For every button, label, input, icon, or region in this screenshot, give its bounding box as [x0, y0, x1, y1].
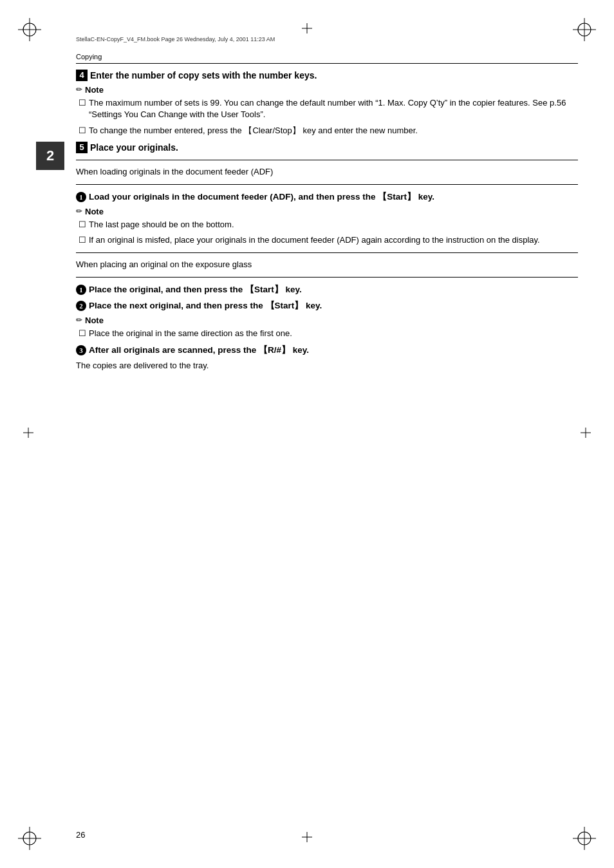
file-info: StellaC-EN-CopyF_V4_FM.book Page 26 Wedn…: [76, 36, 275, 42]
divider-glass-top: [76, 252, 578, 253]
step5-heading: 5 Place your originals.: [76, 142, 578, 153]
glass-note: ✏ Note ☐ Place the original in the same …: [76, 316, 578, 339]
adf-step1-text: Load your originals in the doc­ument fee…: [89, 191, 434, 203]
adf-note-text1: The last page should be on the bottom.: [89, 219, 234, 231]
glass-step1-text: Place the original, and then press the 【…: [89, 284, 302, 296]
step4-block: 4 Enter the number of copy sets with the…: [76, 70, 578, 137]
glass-step1-number: 1: [76, 285, 86, 295]
glass-step2: 2 Place the next original, and then pres…: [76, 300, 578, 312]
glass-step2-text: Place the next original, and then press …: [89, 300, 322, 312]
edge-mark-bottom: [302, 832, 312, 845]
edge-mark-top: [302, 23, 312, 36]
main-content: 4 Enter the number of copy sets with the…: [76, 70, 578, 816]
corner-mark-tl: [18, 18, 41, 41]
step4-note-text1: The maximum number of sets is 99. You ca…: [89, 97, 578, 120]
note-pencil-icon: ✏: [76, 85, 82, 95]
adf-note-text2: If an original is misfed, place your ori…: [89, 234, 540, 246]
step4-note-label-text: Note: [85, 85, 104, 95]
adf-note-checkbox-1: ☐: [79, 220, 86, 230]
adf-note-item1: ☐ The last page should be on the bottom.: [79, 219, 578, 231]
glass-note-pencil-icon: ✏: [76, 316, 82, 325]
corner-mark-bl: [18, 827, 41, 850]
step5-number: 5: [76, 142, 88, 153]
glass-section-header: When placing an original on the exposure…: [76, 259, 578, 270]
adf-note-label-text: Note: [85, 207, 104, 216]
adf-step1: 1 Load your originals in the doc­ument f…: [76, 191, 578, 203]
page-number: 26: [76, 830, 85, 840]
glass-step3-text: After all originals are scanned, press t…: [89, 344, 309, 356]
adf-note-checkbox-2: ☐: [79, 235, 86, 245]
step4-number: 4: [76, 70, 88, 81]
adf-note-label: ✏ Note: [76, 207, 578, 216]
chapter-tab: 2: [36, 142, 64, 170]
delivery-text: The copies are delivered to the tray.: [76, 360, 578, 372]
glass-step1: 1 Place the original, and then press the…: [76, 284, 578, 296]
glass-note-text1: Place the original in the same direction…: [89, 328, 292, 339]
glass-note-item1: ☐ Place the original in the same directi…: [79, 328, 578, 339]
divider-glass-bottom: [76, 277, 578, 278]
step4-note-item2: ☐ To change the number entered, press th…: [79, 125, 578, 137]
divider-adf-top: [76, 160, 578, 160]
section-label: Copying: [76, 53, 102, 61]
step5-title: Place your originals.: [90, 142, 178, 153]
divider-adf-bottom: [76, 184, 578, 185]
glass-step2-number: 2: [76, 301, 86, 311]
glass-note-label: ✏ Note: [76, 316, 578, 325]
step4-note-item1: ☐ The maximum number of sets is 99. You …: [79, 97, 578, 120]
glass-note-label-text: Note: [85, 316, 104, 325]
glass-note-checkbox-1: ☐: [79, 328, 86, 339]
step4-heading: 4 Enter the number of copy sets with the…: [76, 70, 578, 81]
adf-step1-number: 1: [76, 192, 86, 202]
note-checkbox-2: ☐: [79, 126, 86, 136]
adf-section-header: When loading originals in the document f…: [76, 167, 578, 178]
note-checkbox-1: ☐: [79, 98, 86, 108]
corner-mark-br: [573, 827, 596, 850]
glass-step3: 3 After all originals are scanned, press…: [76, 344, 578, 356]
edge-mark-left: [23, 428, 33, 440]
step4-note: ✏ Note ☐ The maximum number of sets is 9…: [76, 85, 578, 137]
edge-mark-right: [581, 428, 591, 440]
step4-note-text2: To change the number entered, press the …: [89, 125, 418, 137]
adf-note-item2: ☐ If an original is misfed, place your o…: [79, 234, 578, 246]
step4-note-label: ✏ Note: [76, 85, 578, 95]
top-rule: [76, 63, 578, 64]
adf-note: ✏ Note ☐ The last page should be on the …: [76, 207, 578, 246]
step4-title: Enter the number of copy sets with the n…: [90, 70, 317, 81]
glass-step3-number: 3: [76, 345, 86, 355]
adf-note-pencil-icon: ✏: [76, 207, 82, 216]
page: StellaC-EN-CopyF_V4_FM.book Page 26 Wedn…: [0, 0, 614, 868]
corner-mark-tr: [573, 18, 596, 41]
